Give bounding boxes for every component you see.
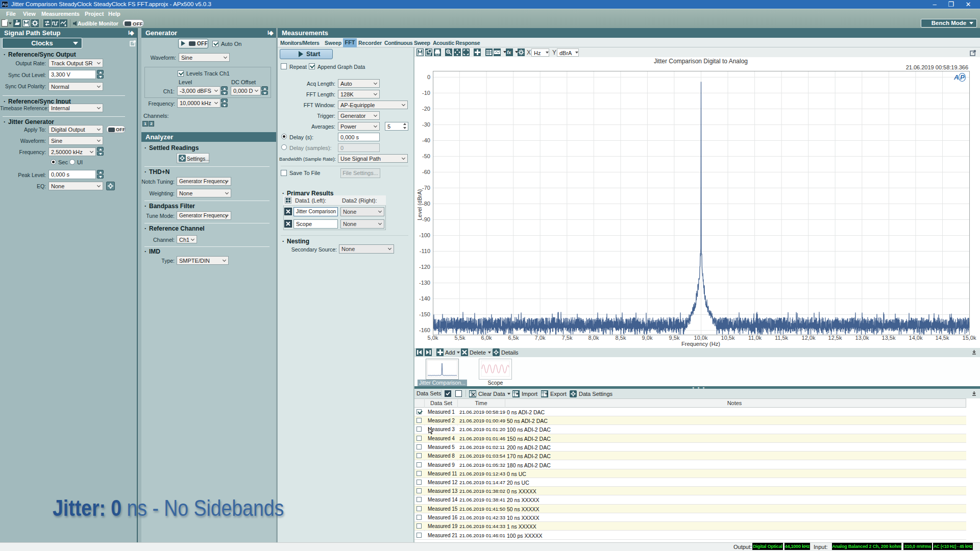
svg-text:fx: fx [507,50,511,55]
